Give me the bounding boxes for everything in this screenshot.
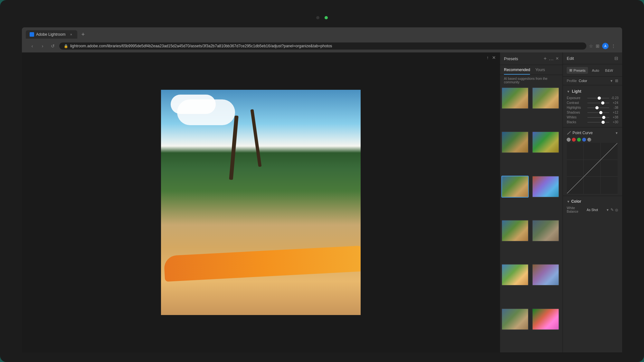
laptop-frame: Adobe Lightroom × + ‹ › ↺ 🔒 lightroom.ad… [0, 0, 644, 362]
tab-yours[interactable]: Yours [535, 68, 545, 75]
color-section: ▼ Color White Balance As Shot ▼ ✎ ◎ [563, 196, 622, 215]
curve-title-area: Point Curve [567, 131, 593, 135]
preset-thumb-11[interactable] [501, 308, 529, 330]
menu-icon[interactable]: ⋮ [611, 43, 616, 49]
wb-eyedropper-icon[interactable]: ✎ [611, 208, 614, 212]
wb-dropdown-icon[interactable]: ▼ [606, 208, 609, 212]
close-photo-icon[interactable]: ✕ [492, 55, 496, 60]
url-bar[interactable]: 🔒 lightroom.adobe.com/libraries/65b9995d… [59, 42, 586, 50]
highlights-row: Highlights -38 [567, 106, 618, 109]
edit-filter-icon[interactable]: ⊟ [614, 56, 618, 61]
close-presets-icon[interactable]: × [556, 56, 559, 61]
whites-label: Whites [567, 116, 585, 119]
light-section-header[interactable]: ▼ Light [567, 87, 618, 95]
curve-header: Point Curve ▼ [567, 129, 618, 136]
exposure-thumb[interactable] [598, 97, 601, 100]
edit-panel: Edit ⊟ ⊞ Presets Auto B&W Profile Color … [563, 52, 622, 352]
preset-thumb-12[interactable] [532, 308, 559, 330]
extensions-icon[interactable]: ⊞ [596, 43, 600, 49]
preset-thumb-6[interactable] [532, 176, 559, 198]
preset-thumb-img-5 [502, 176, 528, 197]
add-preset-icon[interactable]: + [544, 56, 546, 61]
presets-button[interactable]: ⊞ Presets [567, 67, 588, 74]
contrast-track[interactable] [587, 103, 609, 103]
browser-window: Adobe Lightroom × + ‹ › ↺ 🔒 lightroom.ad… [22, 27, 622, 352]
presets-tabs: Recommended Yours [500, 65, 563, 75]
tab-bar: Adobe Lightroom × + [26, 30, 618, 39]
exposure-label: Exposure [567, 96, 585, 100]
share-icon[interactable]: ↑ [487, 55, 489, 60]
curve-channel-green[interactable] [577, 138, 581, 142]
shadows-thumb[interactable] [599, 111, 602, 114]
preset-thumb-7[interactable] [501, 220, 529, 242]
laptop-top-bar [19, 13, 625, 23]
light-section: ▼ Light Exposure -0.23 Contr [563, 85, 622, 127]
highlights-track[interactable] [587, 107, 609, 108]
curve-channel-blend[interactable] [587, 138, 591, 142]
color-section-title: Color [571, 199, 581, 204]
curve-svg [567, 143, 618, 194]
bookmark-icon[interactable]: ☆ [589, 43, 593, 49]
preset-thumb-img-4 [533, 132, 559, 153]
curve-section-icon [567, 131, 571, 135]
exposure-track[interactable] [587, 98, 609, 98]
contrast-thumb[interactable] [601, 101, 604, 105]
profile-grid-icon[interactable]: ⊞ [615, 79, 618, 83]
white-balance-row: White Balance As Shot ▼ ✎ ◎ [567, 206, 618, 213]
wb-target-icon[interactable]: ◎ [615, 208, 618, 212]
preset-thumb-8[interactable] [532, 220, 559, 242]
curve-channel-rgb[interactable] [567, 138, 571, 142]
whites-track[interactable] [587, 117, 609, 118]
user-avatar[interactable]: A [602, 43, 609, 49]
point-curve-section: Point Curve ▼ [563, 127, 622, 196]
curve-channel-blue[interactable] [582, 138, 586, 142]
presets-actions: + … × [544, 56, 559, 61]
curve-canvas[interactable] [567, 143, 618, 194]
preset-thumb-10[interactable] [532, 264, 559, 286]
forward-button[interactable]: › [39, 42, 46, 50]
shadows-track[interactable] [587, 112, 609, 113]
exposure-row: Exposure -0.23 [567, 96, 618, 100]
preset-thumb-img-3 [502, 132, 528, 153]
browser-tab-lightroom[interactable]: Adobe Lightroom × [26, 30, 77, 39]
new-tab-button[interactable]: + [79, 30, 88, 39]
profile-dropdown-icon[interactable]: ▼ [610, 79, 613, 83]
shadows-label: Shadows [567, 111, 585, 114]
svg-line-0 [567, 143, 618, 194]
presets-panel: Presets + … × Recommended Yours AI based… [500, 52, 563, 352]
preset-more-icon[interactable]: … [549, 56, 554, 61]
light-section-title: Light [572, 89, 581, 94]
presets-btn-label: Presets [573, 69, 585, 72]
ai-suggestion-text: AI based suggestions from the community [500, 75, 563, 86]
main-photo [161, 90, 361, 315]
active-indicator [325, 16, 328, 19]
whites-thumb[interactable] [602, 116, 605, 119]
preset-thumb-img-12 [533, 309, 559, 330]
highlights-thumb[interactable] [595, 106, 599, 109]
edit-title: Edit [567, 56, 614, 61]
preset-thumb-img-8 [533, 220, 559, 241]
curve-collapse-icon[interactable]: ▼ [615, 131, 618, 135]
blacks-thumb[interactable] [601, 121, 605, 124]
preset-thumb-3[interactable] [501, 131, 529, 153]
url-text: lightroom.adobe.com/libraries/65b9995de5… [70, 44, 582, 48]
preset-thumb-2[interactable] [532, 87, 559, 109]
preset-thumb-1[interactable] [501, 87, 529, 109]
reload-button[interactable]: ↺ [49, 42, 57, 50]
back-button[interactable]: ‹ [28, 42, 36, 50]
tab-close-button[interactable]: × [69, 32, 73, 37]
auto-button[interactable]: Auto [590, 67, 601, 74]
presets-header: Presets + … × [500, 52, 563, 65]
color-section-header[interactable]: ▼ Color [567, 198, 618, 205]
preset-thumb-4[interactable] [532, 131, 559, 153]
preset-grid [500, 86, 563, 352]
address-bar: ‹ › ↺ 🔒 lightroom.adobe.com/libraries/65… [26, 41, 618, 52]
tab-recommended[interactable]: Recommended [504, 68, 530, 75]
preset-thumb-5[interactable] [501, 176, 529, 198]
bw-button[interactable]: B&W [603, 67, 615, 74]
blacks-value: +30 [611, 120, 618, 124]
blacks-track[interactable] [587, 122, 609, 123]
preset-thumb-9[interactable] [501, 264, 529, 286]
profile-value: Color [579, 79, 608, 83]
curve-channel-red[interactable] [572, 138, 576, 142]
